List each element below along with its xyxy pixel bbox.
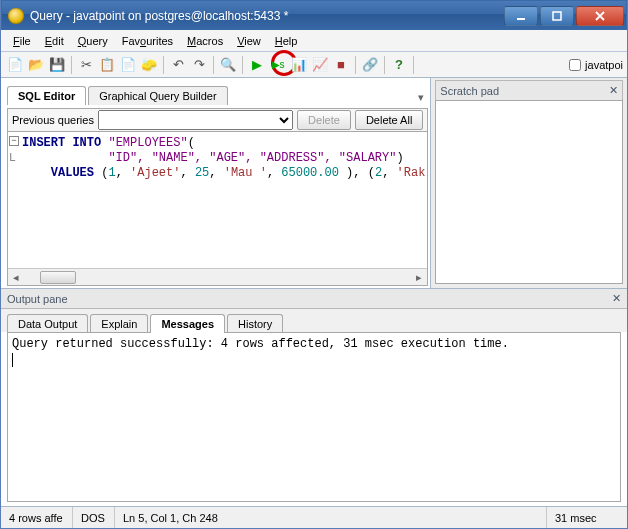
previous-queries-label: Previous queries	[12, 114, 94, 126]
scratch-pad-close-icon[interactable]: ✕	[609, 84, 618, 97]
menu-file[interactable]: File	[7, 33, 37, 49]
scratch-pad-header: Scratch pad ✕	[435, 80, 623, 100]
paste-icon[interactable]: 📄	[118, 55, 138, 75]
run-icon[interactable]: ▶	[247, 55, 267, 75]
scratch-pad-body[interactable]	[435, 100, 623, 284]
output-pane-title: Output pane	[7, 293, 68, 305]
delete-all-button[interactable]: Delete All	[355, 110, 423, 130]
toolbar-sep	[384, 56, 385, 74]
status-mode: DOS	[73, 507, 115, 528]
undo-icon[interactable]: ↶	[168, 55, 188, 75]
menu-query[interactable]: Query	[72, 33, 114, 49]
maximize-button[interactable]	[540, 6, 574, 26]
close-button[interactable]	[576, 6, 624, 26]
scroll-right-icon[interactable]: ▸	[411, 270, 427, 285]
menu-help[interactable]: Help	[269, 33, 304, 49]
tab-history[interactable]: History	[227, 314, 283, 333]
copy-icon[interactable]: 📋	[97, 55, 117, 75]
editor-tab-dropdown-icon[interactable]: ▾	[414, 91, 428, 104]
menubar: File Edit Query Favourites Macros View H…	[1, 30, 627, 52]
sql-editor[interactable]: −LINSERT INTO "EMPLOYEES"( "ID", "NAME",…	[8, 132, 427, 268]
connection-icon[interactable]: 🔗	[360, 55, 380, 75]
menu-macros[interactable]: Macros	[181, 33, 229, 49]
menu-edit[interactable]: Edit	[39, 33, 70, 49]
previous-queries-select[interactable]	[98, 110, 293, 130]
status-rows: 4 rows affe	[1, 507, 73, 528]
cut-icon[interactable]: ✂	[76, 55, 96, 75]
text-caret	[12, 353, 13, 367]
output-pane-header: Output pane ✕	[1, 289, 627, 309]
sql-editor-container: −LINSERT INTO "EMPLOYEES"( "ID", "NAME",…	[7, 132, 428, 286]
tab-graphical-query-builder[interactable]: Graphical Query Builder	[88, 86, 227, 105]
status-position: Ln 5, Col 1, Ch 248	[115, 507, 547, 528]
tab-explain[interactable]: Explain	[90, 314, 148, 333]
editor-horizontal-scrollbar[interactable]: ◂ ▸	[8, 268, 427, 285]
output-tabs: Data Output Explain Messages History	[1, 309, 627, 332]
find-icon[interactable]: 🔍	[218, 55, 238, 75]
scratchpad-checkbox[interactable]	[569, 59, 581, 71]
status-time: 31 msec	[547, 507, 627, 528]
fold-minus-icon[interactable]: −	[9, 136, 19, 146]
editor-tabs: SQL Editor Graphical Query Builder ▾	[7, 82, 428, 104]
toolbar-sep	[71, 56, 72, 74]
svg-rect-0	[517, 18, 525, 20]
save-icon[interactable]: 💾	[47, 55, 67, 75]
scratchpad-checkbox-label: javatpoi	[585, 59, 623, 71]
menu-favourites[interactable]: Favourites	[116, 33, 179, 49]
tab-messages[interactable]: Messages	[150, 314, 225, 333]
toolbar-sep	[413, 56, 414, 74]
new-icon[interactable]: 📄	[5, 55, 25, 75]
cancel-icon[interactable]: ■	[331, 55, 351, 75]
messages-text: Query returned successfully: 4 rows affe…	[12, 337, 509, 351]
toolbar: 📄 📂 💾 ✂ 📋 📄 🧽 ↶ ↷ 🔍 ▶ ▶s 📊 📈 ■ 🔗 ? javat…	[1, 52, 627, 78]
sql-values: (1, 'Ajeet', 25, 'Mau ', 65000.00 ), (2,…	[94, 166, 425, 180]
open-icon[interactable]: 📂	[26, 55, 46, 75]
help-icon[interactable]: ?	[389, 55, 409, 75]
window-titlebar: Query - javatpoint on postgres@localhost…	[1, 0, 627, 30]
fold-l-icon: L	[9, 150, 16, 165]
output-pane-close-icon[interactable]: ✕	[612, 292, 621, 305]
clear-icon[interactable]: 🧽	[139, 55, 159, 75]
window-title: Query - javatpoint on postgres@localhost…	[30, 9, 502, 23]
main-area: SQL Editor Graphical Query Builder ▾ Pre…	[1, 78, 627, 288]
run-pgscript-icon[interactable]: ▶s	[268, 55, 288, 75]
tab-sql-editor[interactable]: SQL Editor	[7, 86, 86, 105]
scroll-thumb[interactable]	[40, 271, 76, 284]
scroll-left-icon[interactable]: ◂	[8, 270, 24, 285]
output-pane: Output pane ✕ Data Output Explain Messag…	[1, 288, 627, 506]
toolbar-sep	[163, 56, 164, 74]
explain-icon[interactable]: 📊	[289, 55, 309, 75]
editor-pane: SQL Editor Graphical Query Builder ▾ Pre…	[1, 78, 430, 288]
messages-output[interactable]: Query returned successfully: 4 rows affe…	[7, 332, 621, 502]
delete-button[interactable]: Delete	[297, 110, 351, 130]
tab-data-output[interactable]: Data Output	[7, 314, 88, 333]
toolbar-sep	[355, 56, 356, 74]
scratch-pad-panel: Scratch pad ✕	[430, 78, 627, 288]
menu-view[interactable]: View	[231, 33, 267, 49]
previous-queries-bar: Previous queries Delete Delete All	[7, 108, 428, 132]
toolbar-sep	[242, 56, 243, 74]
svg-rect-1	[553, 12, 561, 20]
explain-analyze-icon[interactable]: 📈	[310, 55, 330, 75]
app-icon	[8, 8, 24, 24]
status-bar: 4 rows affe DOS Ln 5, Col 1, Ch 248 31 m…	[1, 506, 627, 528]
redo-icon[interactable]: ↷	[189, 55, 209, 75]
minimize-button[interactable]	[504, 6, 538, 26]
scratch-pad-title: Scratch pad	[440, 85, 499, 97]
toolbar-sep	[213, 56, 214, 74]
